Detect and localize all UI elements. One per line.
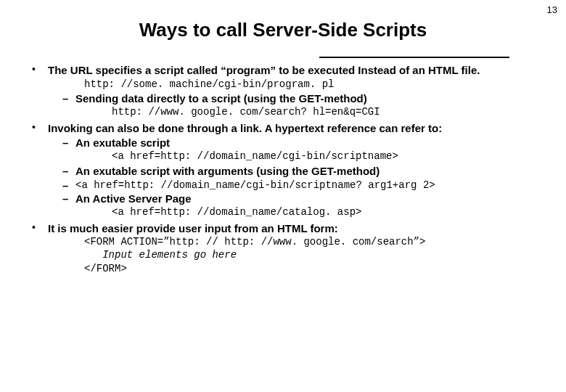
bullet-2-sub-3-code: <a href=http: //domain_name/catalog. asp… bbox=[112, 205, 546, 219]
bullet-1-code: http: //some. machine/cgi-bin/program. p… bbox=[84, 78, 546, 91]
page-title: Ways to call Server-Side Scripts bbox=[0, 19, 566, 41]
bullet-3: It is much easier provide user input fro… bbox=[32, 221, 546, 275]
slide-content: The URL specifies a script called “progr… bbox=[0, 63, 566, 275]
bullet-1-text: The URL specifies a script called “progr… bbox=[48, 63, 546, 78]
form-code-line1: <FORM ACTION=”http: // http: //www. goog… bbox=[84, 235, 546, 248]
bullet-2-sub-1: An exutable script <a href=http: //domai… bbox=[62, 136, 546, 163]
form-code-line2: Input elements go here bbox=[84, 248, 546, 261]
bullet-2: Invoking can also be done through a link… bbox=[32, 121, 546, 219]
bullet-2-sub-2: An exutable script with arguments (using… bbox=[62, 165, 546, 178]
bullet-2-sub-2-code: <a href=http: //domain_name/cgi-bin/scri… bbox=[62, 179, 546, 191]
bullet-2-sub-3: An Active Server Page <a href=http: //do… bbox=[62, 192, 546, 219]
bullet-2-sub-1-code: <a href=http: //domain_name/cgi-bin/scri… bbox=[112, 150, 546, 163]
bullet-1-sub-1-text: Sending data directly to a script (using… bbox=[75, 92, 367, 105]
title-underline bbox=[319, 57, 509, 58]
bullet-2-sub-2-text: An exutable script with arguments (using… bbox=[75, 165, 380, 177]
bullet-1: The URL specifies a script called “progr… bbox=[32, 63, 546, 118]
bullet-2-sub-3-text: An Active Server Page bbox=[75, 192, 192, 205]
bullet-2-text: Invoking can also be done through a link… bbox=[48, 121, 546, 136]
bullet-1-sub-1-code: http: //www. google. com/search? hl=en&q… bbox=[112, 105, 546, 118]
page-number: 13 bbox=[547, 4, 557, 15]
bullet-2-sub-1-text: An exutable script bbox=[75, 136, 170, 149]
form-code-line3: </FORM> bbox=[84, 262, 546, 275]
bullet-1-sub-1: Sending data directly to a script (using… bbox=[62, 92, 546, 118]
bullet-3-text: It is much easier provide user input fro… bbox=[48, 221, 546, 236]
